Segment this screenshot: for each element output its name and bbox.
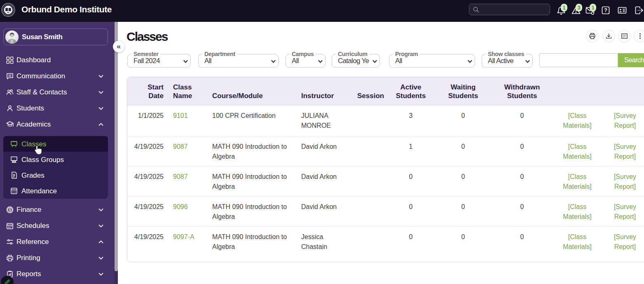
- svg-text:?: ?: [604, 7, 607, 13]
- svg-text:$: $: [9, 208, 11, 212]
